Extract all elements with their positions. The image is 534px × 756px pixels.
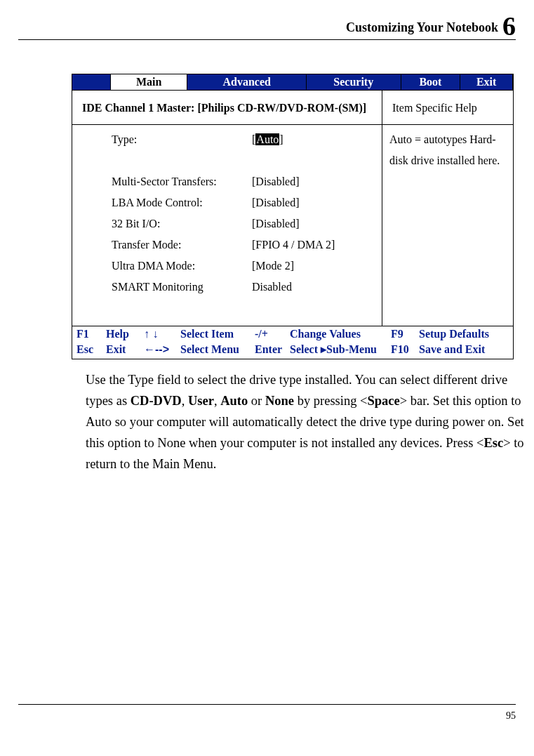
tab-main[interactable]: Main: [111, 74, 188, 91]
help-pane-title: Item Specific Help: [382, 91, 513, 124]
setting-value: [Disabled]: [252, 175, 300, 188]
setting-value-highlighted: Auto: [255, 133, 279, 145]
key-help: Help: [106, 326, 144, 342]
key-setup-defaults: Setup Defaults: [419, 326, 509, 342]
tab-exit[interactable]: Exit: [460, 74, 513, 91]
key-enter: Enter: [255, 342, 290, 357]
setting-row-udma[interactable]: Ultra DMA Mode: [Mode 2]: [112, 256, 382, 277]
arrows-left-right-icon: ←-->: [144, 342, 180, 357]
setting-label: SMART Monitoring: [112, 281, 252, 293]
tab-security[interactable]: Security: [307, 74, 401, 91]
bold-none: None: [265, 394, 294, 408]
bios-footer-row1: F1 Help ↑ ↓ Select Item -/+ Change Value…: [72, 326, 513, 342]
key-f9: F9: [391, 326, 419, 342]
page-number: 95: [506, 710, 516, 722]
bold-cd-dvd: CD-DVD: [131, 394, 182, 408]
key-esc: Esc: [76, 342, 106, 357]
para-span: ,: [214, 394, 220, 408]
setting-label: Ultra DMA Mode:: [112, 260, 252, 272]
setting-value: [Disabled]: [252, 218, 300, 230]
help-text: Auto = autotypes Hard-disk drive install…: [382, 125, 513, 326]
setting-label: Transfer Mode:: [112, 239, 252, 251]
bold-space: Space: [368, 394, 400, 408]
key-select-submenu: Select ▸Sub-Menu: [290, 342, 391, 357]
key-exit: Exit: [106, 342, 144, 357]
chapter-number: 6: [502, 14, 516, 38]
setting-row-smart[interactable]: SMART Monitoring Disabled: [112, 277, 382, 298]
panel-title: IDE Channel 1 Master: [Philips CD-RW/DVD…: [72, 91, 382, 124]
setting-label: 32 Bit I/O:: [112, 218, 252, 230]
settings-list: Type: [Auto] Multi-Sector Transfers: [Di…: [72, 125, 382, 326]
para-span: by pressing <: [294, 394, 367, 408]
setting-value: [FPIO 4 / DMA 2]: [252, 239, 335, 251]
bold-user: User: [188, 394, 214, 408]
bold-esc: Esc: [483, 436, 503, 450]
body-paragraph: Use the Type field to select the drive t…: [86, 369, 524, 475]
key-select-item: Select Item: [180, 326, 255, 342]
tab-spacer: [72, 74, 111, 91]
key-change-values: Change Values: [290, 326, 391, 342]
bold-auto: Auto: [220, 394, 248, 408]
arrows-up-down-icon: ↑ ↓: [144, 326, 180, 342]
setting-row-lba[interactable]: LBA Mode Control: [Disabled]: [112, 192, 382, 213]
bios-tab-bar: Main Advanced Security Boot Exit: [72, 74, 513, 91]
key-f10: F10: [391, 342, 419, 357]
page-header: Customizing Your Notebook 6: [18, 14, 516, 40]
para-span: ,: [182, 394, 188, 408]
setting-row-multisector[interactable]: Multi-Sector Transfers: [Disabled]: [112, 171, 382, 192]
key-save-exit: Save and Exit: [419, 342, 509, 357]
setting-row-type[interactable]: Type: [Auto]: [112, 129, 382, 150]
key-select-menu: Select Menu: [180, 342, 255, 357]
setting-value: [Mode 2]: [252, 260, 294, 272]
setting-row-transfer[interactable]: Transfer Mode: [FPIO 4 / DMA 2]: [112, 234, 382, 256]
setting-label: LBA Mode Control:: [112, 197, 252, 209]
setting-value: [Disabled]: [252, 197, 300, 209]
key-f1: F1: [76, 326, 106, 342]
bios-footer-row2: Esc Exit ←--> Select Menu Enter Select ▸…: [72, 342, 513, 359]
header-title: Customizing Your Notebook: [346, 20, 498, 38]
setting-label: Multi-Sector Transfers:: [112, 175, 252, 188]
setting-label: Type:: [112, 133, 252, 146]
setting-row-32bit[interactable]: 32 Bit I/O: [Disabled]: [112, 213, 382, 234]
footer-rule: [18, 704, 516, 705]
setting-value: Disabled: [252, 281, 292, 293]
tab-advanced[interactable]: Advanced: [187, 74, 306, 91]
bios-screen: Main Advanced Security Boot Exit IDE Cha…: [72, 74, 514, 359]
key-minusplus: -/+: [255, 326, 290, 342]
setting-value: [Auto]: [252, 133, 283, 146]
tab-boot[interactable]: Boot: [401, 74, 461, 91]
para-span: or: [248, 394, 265, 408]
